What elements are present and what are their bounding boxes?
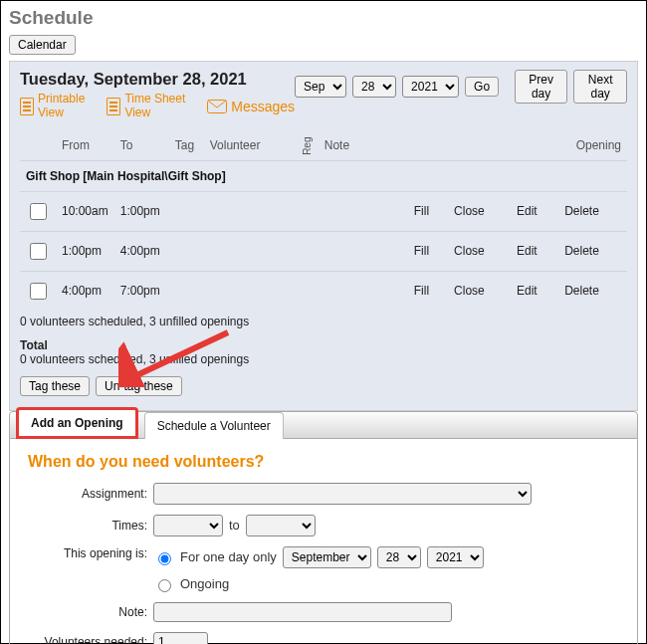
- ongoing-label: Ongoing: [180, 576, 229, 591]
- printable-view-label: Printable View: [38, 93, 85, 120]
- year-select[interactable]: 2021: [402, 76, 459, 98]
- calendar-button[interactable]: Calendar: [9, 35, 76, 55]
- table-row: 1:00pm4:00pmFillCloseEditDelete: [20, 231, 627, 271]
- document-icon: [20, 98, 34, 115]
- tab-add-opening[interactable]: Add an Opening: [16, 407, 138, 439]
- row-checkbox[interactable]: [30, 203, 47, 220]
- col-opening: Opening: [408, 130, 627, 161]
- vol-needed-label: Volunteers needed:: [24, 635, 153, 644]
- next-day-button[interactable]: Next day: [573, 70, 627, 104]
- prev-day-button[interactable]: Prev day: [515, 70, 568, 104]
- envelope-icon: [207, 100, 227, 113]
- note-label: Note:: [24, 605, 153, 619]
- fill-link[interactable]: Fill: [408, 231, 448, 271]
- col-to: To: [114, 130, 169, 161]
- add-opening-form: When do you need volunteers? Assignment:…: [9, 439, 638, 644]
- delete-link[interactable]: Delete: [558, 191, 627, 231]
- date-panel: Tuesday, September 28, 2021 Printable Vi…: [9, 61, 638, 411]
- timesheet-view-label: Time Sheet View: [124, 93, 185, 120]
- table-row: 4:00pm7:00pmFillCloseEditDelete: [20, 271, 627, 311]
- opening-month-select[interactable]: September: [283, 546, 371, 568]
- edit-link[interactable]: Edit: [511, 271, 558, 311]
- month-select[interactable]: Sep: [295, 76, 346, 98]
- note-input[interactable]: [153, 602, 452, 622]
- close-link[interactable]: Close: [448, 271, 511, 311]
- go-button[interactable]: Go: [465, 77, 499, 97]
- times-label: Times:: [24, 519, 153, 533]
- time-to-select[interactable]: [246, 515, 316, 537]
- messages-link[interactable]: Messages: [207, 93, 295, 120]
- edit-link[interactable]: Edit: [511, 191, 558, 231]
- printable-view-link[interactable]: Printable View: [20, 93, 85, 120]
- ongoing-radio[interactable]: [158, 579, 171, 592]
- timesheet-view-link[interactable]: Time Sheet View: [107, 93, 185, 120]
- col-tag: Tag: [169, 130, 204, 161]
- day-select[interactable]: 28: [352, 76, 396, 98]
- messages-label: Messages: [231, 99, 295, 114]
- cell-from: 10:00am: [56, 191, 114, 231]
- page-title: Schedule: [9, 7, 638, 29]
- row-checkbox[interactable]: [30, 243, 47, 260]
- document-icon: [107, 98, 120, 115]
- row-checkbox[interactable]: [30, 283, 47, 300]
- cell-from: 4:00pm: [56, 271, 114, 311]
- close-link[interactable]: Close: [448, 191, 511, 231]
- cell-from: 1:00pm: [56, 231, 114, 271]
- tab-schedule-volunteer[interactable]: Schedule a Volunteer: [144, 412, 284, 439]
- col-from: From: [56, 130, 114, 161]
- for-one-day-radio[interactable]: [158, 552, 171, 565]
- tab-bar: Add an Opening Schedule a Volunteer: [9, 411, 638, 439]
- assignment-select[interactable]: [153, 483, 532, 505]
- total-label: Total: [20, 334, 627, 352]
- untag-these-button[interactable]: Un-tag these: [96, 376, 182, 396]
- col-reg: Reg: [296, 130, 319, 161]
- table-row: 10:00am1:00pmFillCloseEditDelete: [20, 191, 627, 231]
- assignment-label: Assignment:: [24, 487, 153, 501]
- opening-year-select[interactable]: 2021: [427, 546, 484, 568]
- delete-link[interactable]: Delete: [558, 271, 627, 311]
- date-heading: Tuesday, September 28, 2021: [20, 70, 295, 89]
- col-note: Note: [319, 130, 408, 161]
- form-heading: When do you need volunteers?: [28, 453, 623, 471]
- time-from-select[interactable]: [153, 515, 223, 537]
- col-volunteer: Volunteer: [204, 130, 296, 161]
- group-header: Gift Shop [Main Hospital\Gift Shop]: [20, 160, 627, 191]
- tag-these-button[interactable]: Tag these: [20, 376, 90, 396]
- delete-link[interactable]: Delete: [558, 231, 627, 271]
- schedule-table: From To Tag Volunteer Reg Note Opening G…: [20, 130, 627, 311]
- times-to-text: to: [229, 518, 240, 533]
- fill-link[interactable]: Fill: [408, 191, 448, 231]
- cell-to: 7:00pm: [114, 271, 169, 311]
- fill-link[interactable]: Fill: [408, 271, 448, 311]
- opening-day-select[interactable]: 28: [377, 546, 421, 568]
- group-summary: 0 volunteers scheduled, 3 unfilled openi…: [20, 311, 627, 328]
- opening-is-label: This opening is:: [24, 546, 153, 560]
- cell-to: 1:00pm: [114, 191, 169, 231]
- close-link[interactable]: Close: [448, 231, 511, 271]
- edit-link[interactable]: Edit: [511, 231, 558, 271]
- for-one-day-label: For one day only: [180, 549, 277, 564]
- total-summary: 0 volunteers scheduled, 3 unfilled openi…: [20, 352, 627, 366]
- vol-needed-input[interactable]: [153, 632, 208, 644]
- cell-to: 4:00pm: [114, 231, 169, 271]
